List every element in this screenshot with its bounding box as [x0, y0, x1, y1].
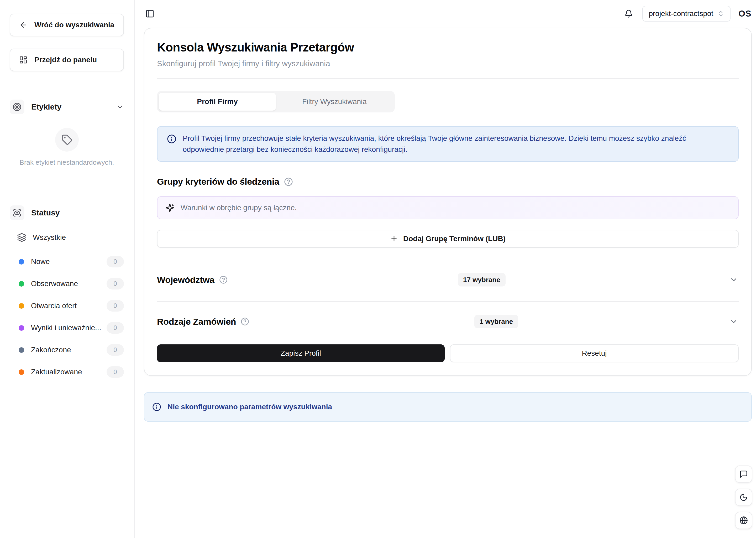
status-dot	[19, 281, 24, 287]
order-types-label: Rodzaje Zamówień	[157, 317, 236, 327]
add-term-group-button[interactable]: Dodaj Grupę Terminów (LUB)	[157, 230, 739, 248]
page-title: Konsola Wyszukiwania Przetargów	[157, 40, 739, 55]
status-row-wyniki[interactable]: Wyniki i unieważnie... 0	[10, 317, 124, 339]
plus-icon	[390, 235, 398, 243]
status-row-otwarcia-ofert[interactable]: Otwarcia ofert 0	[10, 295, 124, 317]
user-avatar[interactable]: OS	[738, 9, 751, 19]
floating-actions	[735, 465, 752, 529]
sidebar: Wróć do wyszukiwania Przejdź do panelu E…	[0, 0, 135, 538]
topbar-right: projekt-contractspot OS	[623, 6, 751, 22]
status-count-badge: 0	[107, 256, 124, 267]
criteria-group-hint: Warunki w obrębie grupy są łączne.	[157, 196, 739, 219]
status-dot	[19, 347, 24, 353]
back-to-search-button[interactable]: Wróć do wyszukiwania	[10, 14, 124, 36]
dashboard-icon	[19, 56, 27, 64]
profile-info-text: Profil Twojej firmy przechowuje stałe kr…	[183, 133, 729, 155]
status-all-label: Wszystkie	[33, 233, 66, 242]
arrow-left-icon	[19, 21, 27, 29]
tab-filtry-wyszukiwania[interactable]: Filtry Wyszukiwania	[276, 93, 393, 111]
bell-icon	[625, 10, 633, 18]
go-to-panel-button[interactable]: Przejdź do panelu	[10, 49, 124, 71]
status-all-item[interactable]: Wszystkie	[10, 230, 124, 245]
help-circle-icon[interactable]	[241, 317, 249, 326]
layers-icon	[17, 233, 26, 242]
page-subtitle: Skonfiguruj profil Twojej firmy i filtry…	[157, 59, 739, 68]
project-selector[interactable]: projekt-contractspot	[642, 6, 731, 22]
chat-bubble-icon	[739, 470, 748, 478]
voivodeships-selected-badge: 17 wybrane	[458, 273, 505, 287]
feedback-button[interactable]	[735, 465, 752, 483]
topbar: projekt-contractspot OS	[135, 0, 756, 27]
order-types-row[interactable]: Rodzaje Zamówień 1 wybrane	[157, 302, 739, 341]
tabs: Profil Firmy Filtry Wyszukiwania	[157, 91, 395, 112]
status-dot	[19, 303, 24, 309]
moon-icon	[739, 493, 748, 502]
info-icon	[152, 403, 161, 411]
status-row-zaktualizowane[interactable]: Zaktualizowane 0	[10, 361, 124, 383]
globe-icon	[739, 516, 748, 525]
status-list: Nowe 0 Obserwowane 0 Otwarcia ofert 0 Wy…	[10, 250, 124, 383]
project-selector-value: projekt-contractspot	[649, 10, 713, 18]
help-circle-icon[interactable]	[284, 177, 293, 186]
add-term-group-label: Dodaj Grupę Terminów (LUB)	[403, 235, 505, 243]
criteria-group-hint-text: Warunki w obrębie grupy są łączne.	[181, 204, 297, 212]
back-to-search-label: Wróć do wyszukiwania	[34, 21, 114, 29]
voivodeships-label-group: Województwa	[157, 275, 228, 285]
labels-section-header[interactable]: Etykiety	[10, 100, 124, 114]
reset-button[interactable]: Resetuj	[450, 345, 739, 362]
no-search-params-text: Nie skonfigurowano parametrów wyszukiwan…	[167, 403, 332, 411]
go-to-panel-label: Przejdź do panelu	[34, 56, 97, 64]
chevron-down-icon[interactable]	[729, 275, 738, 284]
app-root: Wróć do wyszukiwania Przejdź do panelu E…	[0, 0, 756, 538]
language-button[interactable]	[735, 512, 752, 529]
target-icon	[10, 100, 24, 114]
sidebar-toggle-button[interactable]	[144, 8, 156, 20]
status-count-badge: 0	[107, 366, 124, 378]
chevron-down-icon[interactable]	[116, 103, 124, 111]
main-area: projekt-contractspot OS Konsola Wyszukiw…	[135, 0, 756, 538]
status-dot	[19, 369, 24, 375]
dark-mode-button[interactable]	[735, 489, 752, 506]
status-dot	[19, 325, 24, 331]
status-row-zakonczone[interactable]: Zakończone 0	[10, 339, 124, 361]
tab-profil-firmy[interactable]: Profil Firmy	[159, 93, 276, 111]
tag-icon	[55, 128, 79, 152]
panel-left-icon	[145, 9, 154, 18]
order-types-selected-badge: 1 wybrane	[474, 315, 518, 328]
chevron-down-icon[interactable]	[729, 317, 738, 326]
statuses-section-title: Statusy	[31, 208, 124, 217]
statuses-section-header: Statusy	[10, 205, 124, 220]
divider	[157, 78, 739, 79]
no-search-params-banner: Nie skonfigurowano parametrów wyszukiwan…	[144, 392, 752, 422]
info-icon	[167, 134, 176, 144]
criteria-heading: Grupy kryteriów do śledzenia	[157, 177, 279, 187]
save-profile-button[interactable]: Zapisz Profil	[157, 345, 445, 362]
status-row-nowe[interactable]: Nowe 0	[10, 250, 124, 273]
profile-info-banner: Profil Twojej firmy przechowuje stałe kr…	[157, 126, 739, 162]
sparkles-icon	[165, 203, 174, 212]
status-dot	[19, 259, 24, 265]
criteria-heading-row: Grupy kryteriów do śledzenia	[157, 177, 739, 187]
labels-empty-text: Brak etykiet niestandardowych.	[10, 158, 124, 167]
status-count-badge: 0	[107, 322, 124, 334]
status-count-badge: 0	[107, 344, 124, 356]
labels-section-title: Etykiety	[31, 102, 109, 111]
voivodeships-label: Województwa	[157, 275, 214, 285]
labels-empty-state: Brak etykiet niestandardowych.	[10, 128, 124, 167]
status-count-badge: 0	[107, 300, 124, 311]
help-circle-icon[interactable]	[219, 276, 228, 284]
scan-eye-icon	[10, 205, 24, 220]
chevrons-up-down-icon	[717, 10, 724, 17]
order-types-label-group: Rodzaje Zamówień	[157, 317, 249, 327]
search-console-card: Konsola Wyszukiwania Przetargów Skonfigu…	[144, 28, 752, 376]
status-count-badge: 0	[107, 278, 124, 290]
voivodeships-row[interactable]: Województwa 17 wybrane	[157, 258, 739, 302]
status-row-obserwowane[interactable]: Obserwowane 0	[10, 273, 124, 295]
profile-actions: Zapisz Profil Resetuj	[157, 345, 739, 362]
notifications-button[interactable]	[623, 8, 635, 20]
